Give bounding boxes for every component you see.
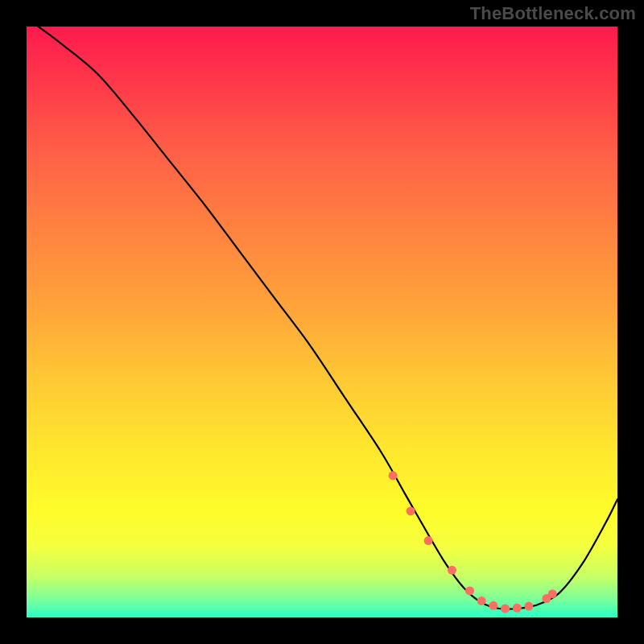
marker-dot [513, 604, 522, 613]
marker-dot [448, 566, 456, 575]
watermark-text: TheBottleneck.com [470, 3, 636, 24]
marker-dot [489, 601, 497, 610]
marker-dot [465, 586, 474, 595]
marker-dot [548, 589, 557, 598]
chart-frame: TheBottleneck.com [0, 0, 644, 644]
marker-group [389, 471, 557, 613]
marker-dot [477, 597, 486, 605]
marker-dot [524, 602, 533, 611]
marker-dot [407, 506, 415, 515]
plot-area [27, 27, 617, 617]
marker-dot [501, 604, 510, 613]
curve-path [39, 27, 617, 609]
marker-dot [389, 471, 398, 480]
curve-svg [27, 27, 617, 617]
marker-dot [424, 536, 433, 545]
